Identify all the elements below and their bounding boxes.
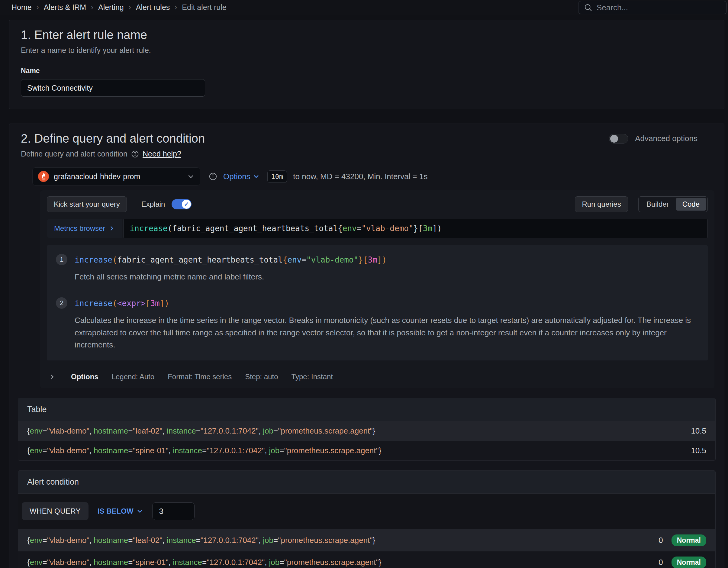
kick-start-query-button[interactable]: Kick start your query bbox=[47, 196, 127, 212]
explain-description-1: Fetch all series matching metric name an… bbox=[75, 271, 699, 283]
name-field-label: Name bbox=[21, 67, 716, 75]
advanced-options-toggle[interactable] bbox=[609, 134, 628, 144]
advanced-options-label: Advanced options bbox=[635, 134, 697, 143]
breadcrumb-separator: › bbox=[37, 3, 39, 11]
metrics-browser-button[interactable]: Metrics browser bbox=[47, 219, 122, 238]
query-editor-panel: Kick start your query Explain ✓ Run quer… bbox=[40, 190, 714, 388]
when-query-chip: WHEN QUERY bbox=[22, 502, 89, 520]
explain-code-2: increase(<expr>[3m]) bbox=[75, 297, 169, 308]
series-labels: {env="vlab-demo", hostname="leaf-02", in… bbox=[27, 536, 375, 545]
run-queries-button[interactable]: Run queries bbox=[575, 196, 628, 212]
chevron-down-icon bbox=[253, 173, 259, 180]
alert-condition-header: Alert condition bbox=[18, 471, 715, 494]
query-toolbar: Kick start your query Explain ✓ Run quer… bbox=[47, 196, 708, 212]
search-input[interactable] bbox=[597, 3, 721, 12]
type-option: Type: Instant bbox=[292, 373, 333, 381]
explain-description-2: Calculates the increase in the time seri… bbox=[75, 314, 699, 351]
threshold-input[interactable] bbox=[152, 502, 195, 520]
need-help-link[interactable]: Need help? bbox=[143, 150, 181, 158]
breadcrumb-current: Edit alert rule bbox=[182, 3, 226, 12]
query-options-collapsed-row[interactable]: Options Legend: Auto Format: Time series… bbox=[47, 369, 708, 383]
top-navigation: Home › Alerts & IRM › Alerting › Alert r… bbox=[0, 0, 728, 15]
chevron-right-icon bbox=[109, 225, 115, 231]
breadcrumb-alert-rules[interactable]: Alert rules bbox=[136, 3, 170, 12]
search-box[interactable] bbox=[578, 1, 727, 14]
alert-rule-name-input[interactable] bbox=[21, 79, 205, 97]
step1-title: 1. Enter alert rule name bbox=[21, 28, 716, 42]
builder-code-switch: Builder Code bbox=[638, 196, 708, 212]
series-labels: {env="vlab-demo", hostname="spine-01", i… bbox=[27, 558, 381, 567]
search-icon bbox=[584, 3, 592, 12]
query-row: Metrics browser increase(fabric_agent_ag… bbox=[47, 219, 708, 238]
breadcrumb-home[interactable]: Home bbox=[11, 3, 32, 12]
metrics-browser-label: Metrics browser bbox=[54, 224, 105, 233]
step1-subtitle: Enter a name to identify your alert rule… bbox=[21, 46, 716, 55]
builder-mode-button[interactable]: Builder bbox=[640, 198, 676, 211]
series-labels: {env="vlab-demo", hostname="spine-01", i… bbox=[27, 446, 381, 455]
datasource-name: grafanacloud-hhdev-prom bbox=[54, 172, 140, 181]
explain-block: 1 increase(fabric_agent_agent_heartbeats… bbox=[47, 245, 708, 360]
state-badge: Normal bbox=[672, 557, 706, 568]
legend-option: Legend: Auto bbox=[112, 373, 154, 381]
check-icon: ✓ bbox=[182, 200, 191, 209]
alert-condition-panel: Alert condition WHEN QUERY IS BELOW {env… bbox=[18, 470, 716, 568]
format-option: Format: Time series bbox=[168, 373, 232, 381]
datasource-row: grafanacloud-hhdev-prom Options 10m to n… bbox=[32, 167, 716, 186]
breadcrumb-separator: › bbox=[175, 3, 177, 11]
info-icon bbox=[209, 172, 217, 181]
breadcrumb-alerts-irm[interactable]: Alerts & IRM bbox=[44, 3, 86, 12]
breadcrumb-separator: › bbox=[129, 3, 131, 11]
series-value: 10.5 bbox=[691, 426, 706, 436]
table-row: {env="vlab-demo", hostname="spine-01", i… bbox=[18, 441, 715, 460]
step2-subtitle-text: Define query and alert condition bbox=[21, 150, 127, 158]
explain-toggle[interactable]: ✓ bbox=[172, 199, 192, 209]
promql-query-input[interactable]: increase(fabric_agent_agent_heartbeats_t… bbox=[123, 219, 708, 238]
explain-row-2: 2 increase(<expr>[3m]) bbox=[56, 297, 699, 309]
breadcrumb: Home › Alerts & IRM › Alerting › Alert r… bbox=[11, 3, 227, 12]
state-badge: Normal bbox=[672, 534, 706, 546]
series-value: 0 bbox=[659, 558, 663, 567]
chevron-down-icon bbox=[187, 173, 195, 180]
query-options-expander[interactable]: Options bbox=[223, 172, 259, 181]
prometheus-icon bbox=[38, 171, 49, 182]
alert-instance-row: {env="vlab-demo", hostname="leaf-02", in… bbox=[18, 529, 715, 551]
code-mode-button[interactable]: Code bbox=[676, 198, 706, 211]
toggle-knob bbox=[610, 135, 618, 143]
alert-instance-row: {env="vlab-demo", hostname="spine-01", i… bbox=[18, 551, 715, 568]
breadcrumb-alerting[interactable]: Alerting bbox=[98, 3, 124, 12]
step2-title: 2. Define query and alert condition bbox=[21, 132, 205, 145]
query-options-label: Options bbox=[223, 172, 250, 181]
datasource-picker[interactable]: grafanacloud-hhdev-prom bbox=[32, 167, 200, 186]
time-range-summary: to now, MD = 43200, Min. Interval = 1s bbox=[293, 172, 427, 181]
explain-code-1: increase(fabric_agent_agent_heartbeats_t… bbox=[75, 254, 387, 264]
table-panel-header: Table bbox=[18, 398, 715, 421]
step2-subtitle: Define query and alert condition Need he… bbox=[21, 150, 716, 158]
series-value: 10.5 bbox=[691, 446, 706, 455]
step1-subtitle-text: Enter a name to identify your alert rule… bbox=[21, 46, 151, 55]
table-row: {env="vlab-demo", hostname="leaf-02", in… bbox=[18, 421, 715, 441]
series-value: 0 bbox=[659, 536, 663, 545]
table-results-panel: Table {env="vlab-demo", hostname="leaf-0… bbox=[18, 398, 716, 461]
chevron-down-icon bbox=[137, 508, 143, 515]
step2-section: 2. Define query and alert condition Adva… bbox=[9, 124, 724, 568]
operator-label: IS BELOW bbox=[98, 507, 134, 515]
explain-row-1: 1 increase(fabric_agent_agent_heartbeats… bbox=[56, 254, 699, 265]
condition-row: WHEN QUERY IS BELOW bbox=[18, 494, 715, 529]
step-number-badge: 2 bbox=[56, 297, 67, 309]
step-option: Step: auto bbox=[245, 373, 278, 381]
breadcrumb-separator: › bbox=[91, 3, 93, 11]
step-number-badge: 1 bbox=[56, 254, 67, 265]
step1-section: 1. Enter alert rule name Enter a name to… bbox=[9, 20, 724, 109]
options-row-label: Options bbox=[71, 373, 98, 381]
time-range-badge[interactable]: 10m bbox=[267, 170, 287, 183]
operator-select[interactable]: IS BELOW bbox=[98, 507, 143, 515]
explain-label: Explain bbox=[141, 200, 165, 208]
chevron-right-icon bbox=[49, 373, 55, 380]
series-labels: {env="vlab-demo", hostname="leaf-02", in… bbox=[27, 426, 375, 436]
help-circle-icon bbox=[131, 150, 139, 158]
